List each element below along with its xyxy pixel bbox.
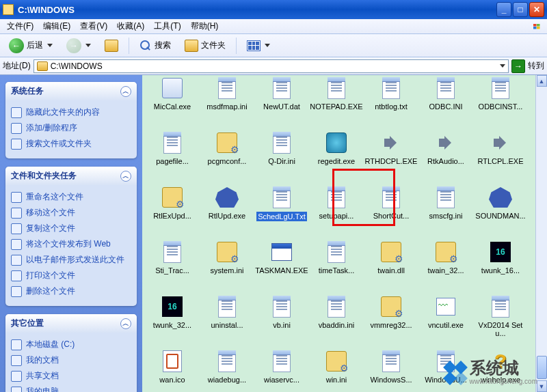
- task-link[interactable]: 复制这个文件: [11, 221, 131, 236]
- file-pane[interactable]: MicCal.exemsdfmap.iniNewUT.datNOTEPAD.EX…: [142, 75, 547, 392]
- menu-file[interactable]: 文件(F): [3, 19, 38, 33]
- up-button[interactable]: [100, 37, 123, 55]
- menu-view[interactable]: 查看(V): [76, 19, 111, 33]
- dropdown-icon[interactable]: [500, 64, 505, 68]
- file-label: VxD2014 Setu...: [474, 321, 527, 337]
- file-item[interactable]: RTLCPL.EXE: [473, 130, 528, 184]
- scroll-thumb[interactable]: [537, 356, 547, 379]
- txt-icon: [270, 350, 293, 373]
- txt-icon: [325, 76, 348, 100]
- go-label[interactable]: 转到: [528, 60, 544, 72]
- collapse-icon: ︿: [120, 171, 131, 182]
- file-item[interactable]: WindowsS...: [364, 348, 418, 392]
- task-link[interactable]: 我的电脑: [11, 384, 131, 392]
- file-label: wan.ico: [159, 376, 185, 384]
- task-link[interactable]: 隐藏此文件夹的内容: [11, 104, 131, 120]
- file-item[interactable]: SOUNDMAN...: [473, 184, 528, 239]
- file-item[interactable]: uninstal...: [200, 294, 254, 348]
- file-item[interactable]: RtlExUpd...: [145, 184, 200, 239]
- file-item[interactable]: ODBC.INI: [418, 75, 473, 130]
- txt-icon: [270, 186, 293, 209]
- folders-button[interactable]: 文件夹: [180, 37, 230, 55]
- file-item[interactable]: Q-Dir.ini: [254, 130, 309, 184]
- spk-icon: [489, 131, 512, 154]
- file-item[interactable]: NOTEPAD.EXE: [309, 75, 364, 130]
- file-item[interactable]: wan.ico: [145, 348, 200, 392]
- task-link[interactable]: 删除这个文件: [11, 283, 131, 299]
- ini-icon: [270, 295, 293, 318]
- file-item[interactable]: RtkAudio...: [418, 130, 473, 184]
- task-link[interactable]: 共享文档: [11, 368, 131, 384]
- back-button[interactable]: ← 后退: [4, 36, 57, 56]
- task-link[interactable]: 移动这个文件: [11, 205, 131, 221]
- scroll-up-button[interactable]: ▲: [537, 75, 547, 87]
- task-link[interactable]: 以电子邮件形式发送此文件: [11, 252, 131, 268]
- panel-system-tasks: 系统任务 ︿ 隐藏此文件夹的内容添加/删除程序搜索文件或文件夹: [5, 82, 137, 158]
- forward-button[interactable]: →: [62, 36, 96, 56]
- maximize-button[interactable]: □: [513, 2, 528, 17]
- file-item[interactable]: WindowsU...: [418, 348, 473, 392]
- file-item[interactable]: win.ini: [309, 348, 364, 392]
- file-item[interactable]: VxD2014 Setu...: [473, 294, 528, 348]
- go-button[interactable]: →: [511, 59, 525, 73]
- address-input[interactable]: C:\WINDOWS: [34, 59, 509, 73]
- file-item[interactable]: pagefile...: [145, 130, 200, 184]
- file-item[interactable]: 16twunk_16...: [473, 239, 528, 294]
- task-icon: [11, 270, 22, 281]
- task-link[interactable]: 搜索文件或文件夹: [11, 136, 131, 152]
- file-item[interactable]: NewUT.dat: [254, 75, 309, 130]
- task-link[interactable]: 将这个文件发布到 Web: [11, 236, 131, 252]
- file-label: vncutil.exe: [428, 321, 464, 329]
- file-item[interactable]: MicCal.exe: [145, 75, 200, 130]
- forward-arrow-icon: →: [66, 38, 81, 53]
- scroll-down-button[interactable]: ▼: [537, 380, 547, 392]
- file-item[interactable]: timeTask...: [309, 239, 364, 294]
- menu-edit[interactable]: 编辑(E): [39, 19, 75, 33]
- file-item[interactable]: wiaservc...: [254, 348, 309, 392]
- panel-header[interactable]: 其它位置 ︿: [5, 314, 137, 333]
- folders-icon: [185, 40, 198, 52]
- collapse-icon: ︿: [120, 318, 131, 329]
- task-link[interactable]: 我的文档: [11, 352, 131, 368]
- minimize-button[interactable]: _: [496, 2, 511, 17]
- file-item[interactable]: vbaddin.ini: [309, 294, 364, 348]
- file-item[interactable]: RtlUpd.exe: [200, 184, 254, 239]
- file-item[interactable]: vncutil.exe: [418, 294, 473, 348]
- file-item[interactable]: ShortCut...: [364, 184, 418, 239]
- file-label: vmmreg32...: [370, 321, 412, 329]
- close-button[interactable]: ✕: [529, 2, 544, 17]
- file-item[interactable]: TASKMAN.EXE: [254, 239, 309, 294]
- file-item[interactable]: pcgmconf...: [200, 130, 254, 184]
- file-item[interactable]: ?winhelp.exe: [473, 348, 528, 392]
- file-item[interactable]: wiadebug...: [200, 348, 254, 392]
- file-item[interactable]: msdfmap.ini: [200, 75, 254, 130]
- views-button[interactable]: [242, 38, 275, 54]
- task-link[interactable]: 本地磁盘 (C:): [11, 337, 131, 352]
- task-link[interactable]: 重命名这个文件: [11, 189, 131, 205]
- file-item[interactable]: Sti_Trac...: [145, 239, 200, 294]
- file-item[interactable]: smscfg.ini: [418, 184, 473, 239]
- file-item[interactable]: regedit.exe: [309, 130, 364, 184]
- panel-header[interactable]: 系统任务 ︿: [5, 82, 137, 100]
- file-item[interactable]: ODBCINST...: [473, 75, 528, 130]
- menu-help[interactable]: 帮助(H): [187, 19, 223, 33]
- collapse-icon: ︿: [120, 86, 131, 97]
- menu-favorites[interactable]: 收藏(A): [113, 19, 148, 33]
- file-item[interactable]: setupapi...: [309, 184, 364, 239]
- file-item[interactable]: 16twunk_32...: [145, 294, 200, 348]
- menu-tools[interactable]: 工具(T): [150, 19, 185, 33]
- file-item[interactable]: ntbtlog.txt: [364, 75, 418, 130]
- panel-header[interactable]: 文件和文件夹任务 ︿: [5, 167, 137, 185]
- file-item[interactable]: vb.ini: [254, 294, 309, 348]
- file-item[interactable]: twain.dll: [364, 239, 418, 294]
- file-label: Sti_Trac...: [155, 266, 189, 275]
- file-item[interactable]: system.ini: [200, 239, 254, 294]
- search-button[interactable]: 搜索: [135, 37, 176, 55]
- task-link[interactable]: 添加/删除程序: [11, 120, 131, 136]
- task-link[interactable]: 打印这个文件: [11, 268, 131, 283]
- file-item[interactable]: SchedLgU.Txt: [254, 184, 309, 239]
- scrollbar[interactable]: ▲ ▼: [535, 75, 547, 392]
- file-item[interactable]: twain_32...: [418, 239, 473, 294]
- file-item[interactable]: vmmreg32...: [364, 294, 418, 348]
- file-item[interactable]: RTHDCPL.EXE: [364, 130, 418, 184]
